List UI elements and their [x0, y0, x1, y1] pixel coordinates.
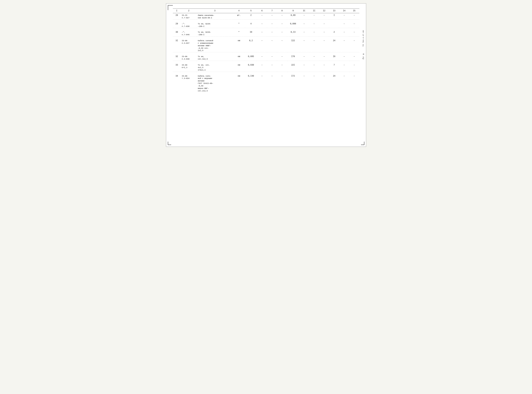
cell-row7-col14: –	[339, 74, 349, 93]
cell-row2-col13	[329, 22, 339, 28]
table-row: 3II5–09п.3–037Кабель силовойс алюминиевы…	[173, 39, 359, 52]
cell-row5-col12: –	[319, 54, 329, 61]
cell-row4-col10: –	[299, 39, 309, 52]
cell-row3-col4: "	[233, 30, 245, 36]
cell-row1-col2: I5–I5п.7–027	[181, 13, 197, 20]
cell-row4-col8: –	[277, 39, 287, 52]
cell-row2-col10: –	[299, 22, 309, 28]
cell-row7-col3: Кабель сило–вой с меднымижиламиГОСТ I642…	[197, 74, 233, 93]
header-col-8: 8	[277, 9, 287, 13]
corner-bl	[168, 142, 171, 145]
cell-row3-col11: –	[309, 30, 319, 36]
spacer-row	[173, 36, 359, 39]
cell-row3-col15: –	[349, 30, 359, 36]
cell-row1-col8: –	[277, 13, 287, 20]
side-stamp-1: ТП 704-4-37.86	[362, 30, 364, 47]
cell-row5-col9: I70	[287, 54, 299, 61]
cell-row6-col5: 0,030	[245, 63, 257, 72]
cell-row3-col2: –"–п.7–046	[181, 30, 197, 36]
cell-row6-col10: –	[299, 63, 309, 72]
table-row: 34I5–09т.3–034Кабель сило–вой с меднымиж…	[173, 74, 359, 93]
cell-row5-col14: –	[339, 54, 349, 61]
cell-row4-col6: –	[257, 39, 267, 52]
table-row: 30–"–п.7–046То же, Б220––200–I"I9–––0,I3…	[173, 30, 359, 36]
header-col-7: 7	[267, 9, 277, 13]
cell-row4-col1: 3I	[173, 39, 181, 52]
cell-row3-col3: То же, Б220––200–I	[197, 30, 233, 36]
header-col-9: 9	[287, 9, 299, 13]
cell-row3-col13: 2	[329, 30, 339, 36]
cell-row5-col7: –	[267, 54, 277, 61]
cell-row1-col13: I	[329, 13, 339, 20]
cell-row6-col11: –	[309, 63, 319, 72]
header-col-13: I3	[329, 9, 339, 13]
cell-row5-col5: 0,095	[245, 54, 257, 61]
cell-row1-col6: –	[257, 13, 267, 20]
cell-row5-col11: –	[309, 54, 319, 61]
cell-row5-col6: –	[257, 54, 267, 61]
cell-row3-col8: –	[277, 30, 287, 36]
header-col-1: I	[173, 9, 181, 13]
cell-row2-col15: –	[349, 22, 359, 28]
cell-row2-col6: –	[257, 22, 267, 28]
cell-row7-col7: –	[267, 74, 277, 93]
cell-row7-col15: –	[349, 74, 359, 93]
table-header: I 2 3 4 5 6 7 8 9 IC II I2 I3 I4 I5	[173, 9, 359, 13]
cell-row3-col5: I9	[245, 30, 257, 36]
cell-row6-col7: –	[267, 63, 277, 72]
header-col-12: I2	[319, 9, 329, 13]
cell-row1-col12: –	[319, 13, 329, 20]
cell-row4-col11: –	[309, 39, 319, 52]
cell-row7-col4: км	[233, 74, 245, 93]
cell-row6-col1: 33	[173, 63, 181, 72]
cell-row6-col15: –	[349, 63, 359, 72]
cell-row6-col8: –	[277, 63, 287, 72]
cell-row5-col1: 32	[173, 54, 181, 61]
cell-row4-col5: 0,2	[245, 39, 257, 52]
cell-row5-col15: –	[349, 54, 359, 61]
cell-row1-col9: 0,09	[287, 13, 299, 20]
table-body: 28I5–I5п.7–027Лампа накалива-ния Б220–60…	[173, 13, 359, 93]
cell-row5-col3: То же,сеч.3x2,5	[197, 54, 233, 61]
cell-row1-col11: –	[309, 13, 319, 20]
header-col-11: II	[309, 9, 319, 13]
header-col-2: 2	[181, 9, 197, 13]
cell-row2-col11: –	[309, 22, 319, 28]
cell-row6-col6: –	[257, 63, 267, 72]
cell-row1-col14: –	[339, 13, 349, 20]
cell-row6-col14: –	[339, 63, 349, 72]
cell-row7-col6: –	[257, 74, 267, 93]
cell-row4-col3: Кабель силовойс алюминиевымижилами АВВГ–…	[197, 39, 233, 52]
cell-row6-col9: 22I	[287, 63, 299, 72]
cell-row1-col4: шт.	[233, 13, 245, 20]
cell-row2-col14: –	[339, 22, 349, 28]
cell-row2-col7: –	[267, 22, 277, 28]
spacer-row	[173, 72, 359, 74]
header-col-4: 4	[233, 9, 245, 13]
cell-row3-col14: –	[339, 30, 349, 36]
spacer-row	[173, 20, 359, 22]
cell-row4-col14: –	[339, 39, 349, 52]
cell-row7-col9: I72	[287, 74, 299, 93]
header-col-14: I4	[339, 9, 349, 13]
cell-row6-col4: км	[233, 63, 245, 72]
cell-row5-col10: –	[299, 54, 309, 61]
cell-row4-col13: 24	[329, 39, 339, 52]
cell-row7-col12: –	[319, 74, 329, 93]
page: ТП 704-4-37.86 Лл ш I 2 3 4	[166, 3, 366, 147]
side-stamp-2: Лл ш	[362, 53, 365, 59]
cell-row2-col12: –	[319, 22, 329, 28]
table-row: 32I5–09п.3–038То же,сеч.3x2,5км0,095–––I…	[173, 54, 359, 61]
header-col-10: IC	[299, 9, 309, 13]
header-col-3: 3	[197, 9, 233, 13]
cell-row4-col4: км	[233, 39, 245, 52]
cell-row3-col1: 30	[173, 30, 181, 36]
cell-row1-col5: 2	[245, 13, 257, 20]
cell-row3-col10: –	[299, 30, 309, 36]
cell-row5-col13: I6	[329, 54, 339, 61]
spacer-row	[173, 61, 359, 63]
corner-br	[361, 142, 364, 145]
cell-row2-col3: То же, Б220––100–I	[197, 22, 233, 28]
cell-row3-col12: –	[319, 30, 329, 36]
cell-row1-col7: –	[267, 13, 277, 20]
